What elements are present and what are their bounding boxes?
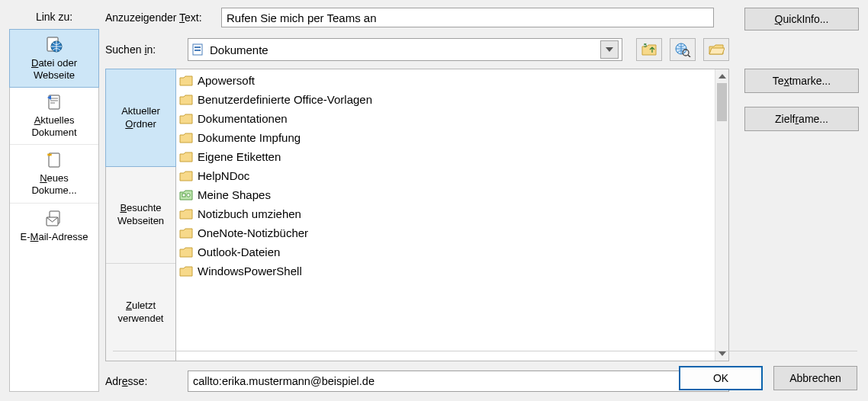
file-name: Meine Shapes (198, 188, 271, 201)
folder-icon (179, 114, 193, 124)
search-in-combo[interactable]: Dokumente (188, 38, 622, 61)
document-current-icon (45, 93, 63, 111)
globe-page-icon (45, 36, 63, 54)
file-name: Dokumente Impfung (198, 131, 301, 144)
folder-open-icon (708, 42, 725, 57)
svg-rect-8 (194, 50, 201, 51)
file-row[interactable]: Outlook-Dateien (179, 242, 712, 261)
folder-up-icon: 5 (641, 42, 657, 57)
file-name: Notizbuch umziehen (198, 207, 301, 220)
folder-icon (179, 152, 193, 162)
address-row: Adresse: callto:erika.mustermann@beispie… (105, 371, 729, 392)
file-list[interactable]: ApowersoftBenutzerdefinierte Office-Vorl… (176, 69, 715, 361)
toolbar-buttons: 5 (636, 38, 729, 61)
tab-current-folder[interactable]: AktuellerOrdner (105, 69, 176, 167)
separator (113, 351, 857, 351)
dialog-buttons: OK Abbrechen (679, 366, 857, 390)
file-row[interactable]: HelpNDoc (179, 166, 712, 185)
file-row[interactable]: Dokumentationen (179, 109, 712, 128)
search-in-dropdown[interactable] (600, 40, 619, 59)
address-value: callto:erika.mustermann@beispiel.de (193, 375, 706, 387)
linkto-current-doc[interactable]: AktuellesDokument (10, 87, 98, 145)
folder-icon (179, 95, 193, 105)
file-name: Outlook-Dateien (198, 245, 280, 258)
linkto-label-text: Datei oderWebseite (13, 57, 95, 81)
cancel-button[interactable]: Abbrechen (773, 366, 857, 390)
documents-folder-icon (191, 43, 205, 56)
browse-file-button[interactable] (703, 38, 729, 61)
file-row[interactable]: Meine Shapes (179, 185, 712, 204)
main-column: Anzuzeigender Text: QuickInfo... Suchen … (105, 8, 859, 392)
file-row[interactable]: Notizbuch umziehen (179, 204, 712, 223)
file-row[interactable]: Benutzerdefinierte Office-Vorlagen (179, 90, 712, 109)
shapes-folder-icon (179, 190, 193, 200)
tab-visited-pages[interactable]: BesuchteWebseiten (106, 166, 175, 264)
up-one-level-button[interactable]: 5 (636, 38, 662, 61)
file-name: OneNote-Notizbücher (198, 226, 308, 239)
search-in-label: Suchen in: (105, 43, 182, 56)
linkto-email[interactable]: E-Mail-Adresse (10, 204, 98, 249)
linkto-new-doc[interactable]: NeuesDokume... (10, 145, 98, 203)
display-text-label: Anzuzeigender Text: (105, 11, 215, 24)
document-new-icon (45, 151, 63, 169)
folder-icon (179, 266, 193, 277)
file-name: Apowersoft (198, 74, 255, 87)
browse-tabs: AktuellerOrdner BesuchteWebseiten Zuletz… (106, 69, 176, 361)
folder-icon (179, 75, 193, 86)
browse-web-button[interactable] (670, 38, 696, 61)
globe-search-icon (674, 42, 691, 57)
display-text-row: Anzuzeigender Text: (105, 8, 729, 27)
file-name: HelpNDoc (198, 169, 249, 182)
quickinfo-button[interactable]: QuickInfo... (744, 8, 859, 30)
link-to-column: Link zu: Datei oderWebseite (9, 8, 99, 392)
scroll-track[interactable] (715, 83, 728, 347)
scroll-up-arrow[interactable] (715, 69, 728, 83)
folder-icon (179, 133, 193, 143)
link-to-options: Datei oderWebseite AktuellesDokument (9, 29, 99, 392)
bookmark-button[interactable]: Textmarke... (744, 69, 859, 93)
folder-icon (179, 247, 193, 258)
linkto-file-or-web[interactable]: Datei oderWebseite (9, 29, 99, 88)
folder-icon (179, 171, 193, 181)
linkto-label-text: E-Mail-Adresse (13, 231, 95, 243)
link-to-label: Link zu: (9, 8, 99, 29)
file-row[interactable]: WindowsPowerShell (179, 261, 712, 281)
linkto-label-text: AktuellesDokument (13, 114, 95, 138)
file-name: Benutzerdefinierte Office-Vorlagen (198, 93, 372, 106)
svg-rect-12 (182, 194, 185, 197)
email-icon (45, 210, 63, 228)
file-row[interactable]: Dokumente Impfung (179, 128, 712, 147)
svg-rect-7 (194, 47, 201, 48)
side-buttons-column: Textmarke... Zielframe... (744, 38, 859, 392)
address-combo[interactable]: callto:erika.mustermann@beispiel.de (188, 371, 729, 392)
address-label: Adresse: (105, 375, 182, 387)
ok-button[interactable]: OK (679, 366, 763, 390)
targetframe-button[interactable]: Zielframe... (744, 107, 859, 131)
linkto-label-text: NeuesDokume... (13, 172, 95, 196)
file-name: Dokumentationen (198, 112, 288, 125)
folder-icon (179, 228, 193, 239)
file-name: Eigene Etiketten (198, 150, 281, 163)
file-row[interactable]: Apowersoft (179, 71, 712, 90)
file-row[interactable]: Eigene Etiketten (179, 147, 712, 166)
svg-text:5: 5 (644, 43, 647, 48)
tab-recent[interactable]: Zuletztverwendet (106, 264, 175, 361)
display-text-input[interactable] (221, 8, 714, 27)
scroll-down-arrow[interactable] (715, 347, 728, 361)
folder-icon (179, 209, 193, 220)
file-row[interactable]: OneNote-Notizbücher (179, 223, 712, 242)
search-in-value: Dokumente (210, 43, 600, 56)
file-name: WindowsPowerShell (198, 265, 302, 277)
vertical-scrollbar[interactable] (715, 69, 728, 361)
scroll-thumb[interactable] (717, 83, 727, 121)
browse-box: AktuellerOrdner BesuchteWebseiten Zuletz… (105, 69, 729, 361)
svg-point-13 (187, 193, 190, 196)
search-in-row: Suchen in: Dokumente (105, 38, 729, 61)
